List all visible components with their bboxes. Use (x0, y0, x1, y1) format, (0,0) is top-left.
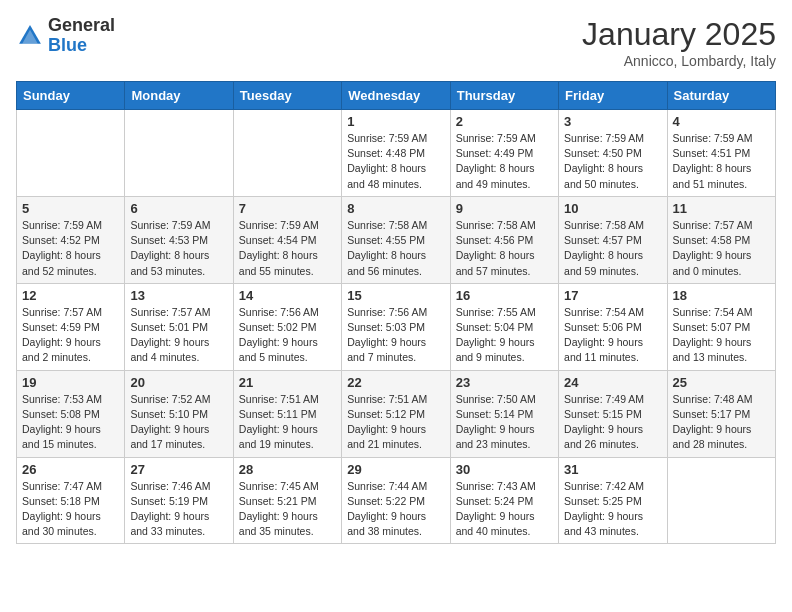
day-number: 22 (347, 375, 444, 390)
calendar-cell: 13Sunrise: 7:57 AM Sunset: 5:01 PM Dayli… (125, 283, 233, 370)
day-number: 18 (673, 288, 770, 303)
day-info: Sunrise: 7:42 AM Sunset: 5:25 PM Dayligh… (564, 479, 661, 540)
day-number: 7 (239, 201, 336, 216)
calendar-cell: 9Sunrise: 7:58 AM Sunset: 4:56 PM Daylig… (450, 196, 558, 283)
day-number: 17 (564, 288, 661, 303)
day-number: 13 (130, 288, 227, 303)
page-header: General Blue January 2025 Annicco, Lomba… (16, 16, 776, 69)
day-info: Sunrise: 7:51 AM Sunset: 5:12 PM Dayligh… (347, 392, 444, 453)
calendar-cell: 22Sunrise: 7:51 AM Sunset: 5:12 PM Dayli… (342, 370, 450, 457)
calendar-cell: 12Sunrise: 7:57 AM Sunset: 4:59 PM Dayli… (17, 283, 125, 370)
calendar-cell: 11Sunrise: 7:57 AM Sunset: 4:58 PM Dayli… (667, 196, 775, 283)
day-info: Sunrise: 7:59 AM Sunset: 4:52 PM Dayligh… (22, 218, 119, 279)
day-number: 30 (456, 462, 553, 477)
calendar-week-1: 1Sunrise: 7:59 AM Sunset: 4:48 PM Daylig… (17, 110, 776, 197)
calendar-week-5: 26Sunrise: 7:47 AM Sunset: 5:18 PM Dayli… (17, 457, 776, 544)
day-info: Sunrise: 7:52 AM Sunset: 5:10 PM Dayligh… (130, 392, 227, 453)
calendar-cell (667, 457, 775, 544)
day-info: Sunrise: 7:57 AM Sunset: 4:59 PM Dayligh… (22, 305, 119, 366)
day-number: 21 (239, 375, 336, 390)
calendar-cell: 10Sunrise: 7:58 AM Sunset: 4:57 PM Dayli… (559, 196, 667, 283)
weekday-header-wednesday: Wednesday (342, 82, 450, 110)
day-info: Sunrise: 7:57 AM Sunset: 4:58 PM Dayligh… (673, 218, 770, 279)
day-number: 12 (22, 288, 119, 303)
day-info: Sunrise: 7:48 AM Sunset: 5:17 PM Dayligh… (673, 392, 770, 453)
day-info: Sunrise: 7:45 AM Sunset: 5:21 PM Dayligh… (239, 479, 336, 540)
day-number: 11 (673, 201, 770, 216)
day-number: 26 (22, 462, 119, 477)
calendar-week-3: 12Sunrise: 7:57 AM Sunset: 4:59 PM Dayli… (17, 283, 776, 370)
day-info: Sunrise: 7:54 AM Sunset: 5:06 PM Dayligh… (564, 305, 661, 366)
day-info: Sunrise: 7:56 AM Sunset: 5:03 PM Dayligh… (347, 305, 444, 366)
month-title: January 2025 (582, 16, 776, 53)
day-info: Sunrise: 7:56 AM Sunset: 5:02 PM Dayligh… (239, 305, 336, 366)
calendar-table: SundayMondayTuesdayWednesdayThursdayFrid… (16, 81, 776, 544)
calendar-cell: 15Sunrise: 7:56 AM Sunset: 5:03 PM Dayli… (342, 283, 450, 370)
logo: General Blue (16, 16, 115, 56)
day-number: 9 (456, 201, 553, 216)
day-number: 29 (347, 462, 444, 477)
day-number: 24 (564, 375, 661, 390)
day-number: 15 (347, 288, 444, 303)
calendar-cell: 3Sunrise: 7:59 AM Sunset: 4:50 PM Daylig… (559, 110, 667, 197)
calendar-cell: 26Sunrise: 7:47 AM Sunset: 5:18 PM Dayli… (17, 457, 125, 544)
day-number: 27 (130, 462, 227, 477)
day-info: Sunrise: 7:51 AM Sunset: 5:11 PM Dayligh… (239, 392, 336, 453)
day-info: Sunrise: 7:49 AM Sunset: 5:15 PM Dayligh… (564, 392, 661, 453)
day-info: Sunrise: 7:59 AM Sunset: 4:54 PM Dayligh… (239, 218, 336, 279)
logo-general-text: General (48, 15, 115, 35)
logo-icon (16, 22, 44, 50)
calendar-cell: 14Sunrise: 7:56 AM Sunset: 5:02 PM Dayli… (233, 283, 341, 370)
calendar-cell: 6Sunrise: 7:59 AM Sunset: 4:53 PM Daylig… (125, 196, 233, 283)
day-number: 3 (564, 114, 661, 129)
day-info: Sunrise: 7:54 AM Sunset: 5:07 PM Dayligh… (673, 305, 770, 366)
day-info: Sunrise: 7:53 AM Sunset: 5:08 PM Dayligh… (22, 392, 119, 453)
calendar-cell: 17Sunrise: 7:54 AM Sunset: 5:06 PM Dayli… (559, 283, 667, 370)
calendar-cell: 7Sunrise: 7:59 AM Sunset: 4:54 PM Daylig… (233, 196, 341, 283)
weekday-header-row: SundayMondayTuesdayWednesdayThursdayFrid… (17, 82, 776, 110)
calendar-cell: 4Sunrise: 7:59 AM Sunset: 4:51 PM Daylig… (667, 110, 775, 197)
day-info: Sunrise: 7:55 AM Sunset: 5:04 PM Dayligh… (456, 305, 553, 366)
calendar-cell: 25Sunrise: 7:48 AM Sunset: 5:17 PM Dayli… (667, 370, 775, 457)
day-number: 16 (456, 288, 553, 303)
calendar-cell: 1Sunrise: 7:59 AM Sunset: 4:48 PM Daylig… (342, 110, 450, 197)
calendar-cell: 8Sunrise: 7:58 AM Sunset: 4:55 PM Daylig… (342, 196, 450, 283)
day-info: Sunrise: 7:59 AM Sunset: 4:49 PM Dayligh… (456, 131, 553, 192)
location-text: Annicco, Lombardy, Italy (582, 53, 776, 69)
calendar-cell: 16Sunrise: 7:55 AM Sunset: 5:04 PM Dayli… (450, 283, 558, 370)
calendar-cell: 18Sunrise: 7:54 AM Sunset: 5:07 PM Dayli… (667, 283, 775, 370)
day-info: Sunrise: 7:43 AM Sunset: 5:24 PM Dayligh… (456, 479, 553, 540)
day-info: Sunrise: 7:57 AM Sunset: 5:01 PM Dayligh… (130, 305, 227, 366)
day-number: 25 (673, 375, 770, 390)
calendar-cell: 23Sunrise: 7:50 AM Sunset: 5:14 PM Dayli… (450, 370, 558, 457)
day-number: 14 (239, 288, 336, 303)
day-number: 6 (130, 201, 227, 216)
day-info: Sunrise: 7:59 AM Sunset: 4:48 PM Dayligh… (347, 131, 444, 192)
day-info: Sunrise: 7:59 AM Sunset: 4:50 PM Dayligh… (564, 131, 661, 192)
calendar-week-2: 5Sunrise: 7:59 AM Sunset: 4:52 PM Daylig… (17, 196, 776, 283)
calendar-cell: 27Sunrise: 7:46 AM Sunset: 5:19 PM Dayli… (125, 457, 233, 544)
calendar-cell: 30Sunrise: 7:43 AM Sunset: 5:24 PM Dayli… (450, 457, 558, 544)
day-info: Sunrise: 7:59 AM Sunset: 4:51 PM Dayligh… (673, 131, 770, 192)
calendar-cell: 19Sunrise: 7:53 AM Sunset: 5:08 PM Dayli… (17, 370, 125, 457)
day-number: 2 (456, 114, 553, 129)
logo-blue-text: Blue (48, 35, 87, 55)
weekday-header-friday: Friday (559, 82, 667, 110)
calendar-cell (233, 110, 341, 197)
day-info: Sunrise: 7:46 AM Sunset: 5:19 PM Dayligh… (130, 479, 227, 540)
title-block: January 2025 Annicco, Lombardy, Italy (582, 16, 776, 69)
calendar-cell: 20Sunrise: 7:52 AM Sunset: 5:10 PM Dayli… (125, 370, 233, 457)
day-number: 31 (564, 462, 661, 477)
day-info: Sunrise: 7:44 AM Sunset: 5:22 PM Dayligh… (347, 479, 444, 540)
calendar-cell: 29Sunrise: 7:44 AM Sunset: 5:22 PM Dayli… (342, 457, 450, 544)
day-info: Sunrise: 7:47 AM Sunset: 5:18 PM Dayligh… (22, 479, 119, 540)
day-number: 4 (673, 114, 770, 129)
weekday-header-monday: Monday (125, 82, 233, 110)
calendar-week-4: 19Sunrise: 7:53 AM Sunset: 5:08 PM Dayli… (17, 370, 776, 457)
day-info: Sunrise: 7:58 AM Sunset: 4:57 PM Dayligh… (564, 218, 661, 279)
day-number: 19 (22, 375, 119, 390)
day-info: Sunrise: 7:58 AM Sunset: 4:55 PM Dayligh… (347, 218, 444, 279)
day-number: 23 (456, 375, 553, 390)
calendar-cell: 28Sunrise: 7:45 AM Sunset: 5:21 PM Dayli… (233, 457, 341, 544)
weekday-header-tuesday: Tuesday (233, 82, 341, 110)
